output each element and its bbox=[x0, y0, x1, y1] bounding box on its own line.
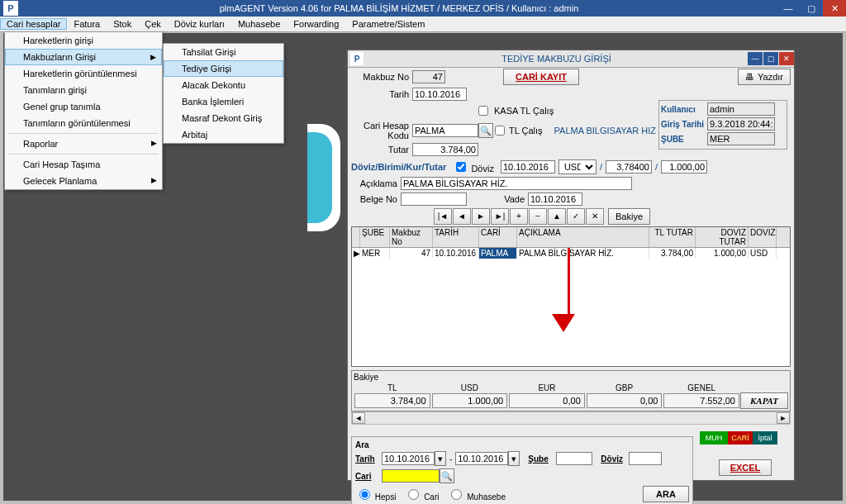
yazdir-button[interactable]: Yazdır bbox=[738, 69, 791, 85]
bakiye-col-genel: GENEL bbox=[663, 383, 740, 392]
bakiye-val-gbp: 0,00 bbox=[587, 393, 663, 408]
bakiye-panel: Bakiye TL USD EUR GBP GENEL 3.784,00 1.0… bbox=[351, 370, 791, 411]
nav-prev-button[interactable]: ◄ bbox=[453, 208, 471, 225]
ara-button[interactable]: ARA bbox=[643, 486, 689, 502]
close-button[interactable]: ✕ bbox=[823, 0, 846, 17]
cari-hesap-adi: PALMA BILGISAYAR HIZ bbox=[554, 126, 656, 136]
scroll-left-button[interactable]: ◄ bbox=[352, 412, 365, 424]
menu-fatura[interactable]: Fatura bbox=[67, 18, 107, 30]
menu-genel-grup-tanimla[interactable]: Genel grup tanımla bbox=[5, 98, 162, 115]
horizontal-scrollbar[interactable]: ◄ ► bbox=[351, 411, 791, 425]
kasa-tl-calis-checkbox[interactable] bbox=[478, 106, 488, 116]
menu-cari-hesaplar[interactable]: Cari hesaplar bbox=[0, 18, 67, 30]
menu-forwarding[interactable]: Forwarding bbox=[287, 18, 345, 30]
yazdir-label: Yazdır bbox=[758, 72, 783, 82]
menu-doviz-kurlari[interactable]: Döviz kurları bbox=[168, 18, 231, 30]
menu-tanimlarin-girisi[interactable]: Tanımların girişi bbox=[5, 82, 162, 98]
nav-next-button[interactable]: ► bbox=[472, 208, 490, 225]
makbuz-no-label: Makbuz No bbox=[351, 72, 412, 82]
cari-hesap-kodu-label: Cari Hesap Kodu bbox=[351, 121, 412, 140]
vade-input[interactable] bbox=[528, 193, 582, 206]
tutar-input[interactable] bbox=[412, 143, 478, 156]
menu-stok[interactable]: Stok bbox=[107, 18, 138, 30]
nav-edit-button[interactable]: ▲ bbox=[548, 208, 566, 225]
cari-status[interactable]: CARİ bbox=[728, 431, 753, 445]
menu-tanimlarin-goruntulenmesi[interactable]: Tanımların görüntülenmesi bbox=[5, 115, 162, 131]
record-navigator: |◄ ◄ ► ►| + − ▲ ✓ ✕ Bakiye bbox=[434, 208, 791, 225]
aciklama-label: Açıklama bbox=[351, 178, 401, 188]
ara-cari-input[interactable] bbox=[382, 469, 440, 483]
child-maximize-button[interactable]: ▢ bbox=[763, 52, 778, 65]
nav-first-button[interactable]: |◄ bbox=[434, 208, 452, 225]
ara-tarih-label: Tarih bbox=[355, 454, 382, 464]
ara-radio-cari[interactable]: Cari bbox=[404, 487, 439, 502]
nav-delete-button[interactable]: − bbox=[529, 208, 547, 225]
nav-cancel-button[interactable]: ✕ bbox=[586, 208, 604, 225]
excel-button[interactable]: EXCEL bbox=[719, 459, 772, 476]
belge-no-input[interactable] bbox=[401, 193, 467, 206]
grid-row[interactable]: ▶ MER 47 10.10.2016 PALMA PALMA BİLGİSAY… bbox=[352, 248, 790, 259]
menu-makbuzlarin-girisi[interactable]: Makbuzların Girişi▶ bbox=[5, 49, 162, 65]
muh-status[interactable]: MUH bbox=[700, 431, 728, 445]
submenu-arbitaj[interactable]: Arbitaj bbox=[164, 126, 283, 143]
menu-gelecek-planlama[interactable]: Gelecek Planlama▶ bbox=[5, 173, 162, 189]
maximize-button[interactable]: ▢ bbox=[800, 0, 823, 17]
cari-kayit-button[interactable]: CARİ KAYIT bbox=[503, 69, 579, 85]
ara-panel: Ara Tarih ▾ - ▾ Şube Döviz Cari bbox=[351, 436, 693, 504]
ara-radio-hepsi[interactable]: Hepsi bbox=[355, 487, 396, 502]
app-icon: P bbox=[3, 1, 18, 16]
submenu-banka-islemleri[interactable]: Banka İşlemleri bbox=[164, 93, 283, 110]
submenu-tediye-girisi[interactable]: Tediye Girişi bbox=[164, 60, 283, 77]
nav-post-button[interactable]: ✓ bbox=[567, 208, 585, 225]
logo-image bbox=[307, 124, 340, 231]
menu-cek[interactable]: Çek bbox=[138, 18, 168, 30]
submenu-masraf-dekont-giris[interactable]: Masraf Dekont Giriş bbox=[164, 110, 283, 126]
iptal-button[interactable]: İptal bbox=[753, 431, 777, 445]
submenu-arrow-icon: ▶ bbox=[151, 139, 157, 147]
scroll-right-button[interactable]: ► bbox=[777, 412, 790, 424]
records-grid[interactable]: ŞUBE Makbuz No TARİH CARİ AÇIKLAMA TL TU… bbox=[351, 226, 791, 367]
nav-last-button[interactable]: ►| bbox=[491, 208, 509, 225]
kullanici-value bbox=[707, 102, 775, 116]
tl-calis-checkbox[interactable] bbox=[495, 126, 505, 136]
tediye-makbuzu-window: P TEDİYE MAKBUZU GİRİŞİ — ▢ ✕ Makbuz No … bbox=[347, 50, 795, 481]
kapat-button[interactable]: KAPAT bbox=[740, 392, 788, 409]
ara-doviz-input[interactable] bbox=[629, 452, 662, 465]
info-panel: Kullanıcı Giriş Tarihi ŞUBE bbox=[658, 100, 787, 150]
doviz-tutar-input[interactable] bbox=[661, 160, 707, 174]
nav-add-button[interactable]: + bbox=[510, 208, 528, 225]
ara-tarih2-input[interactable] bbox=[455, 452, 508, 465]
cari-lookup-button[interactable]: 🔍 bbox=[478, 123, 493, 138]
child-minimize-button[interactable]: — bbox=[748, 52, 763, 65]
menu-parametre-sistem[interactable]: Parametre/Sistem bbox=[345, 18, 431, 30]
tarih-input[interactable] bbox=[412, 88, 467, 101]
ara-radio-muhasebe[interactable]: Muhasebe bbox=[447, 487, 505, 502]
submenu-alacak-dekontu[interactable]: Alacak Dekontu bbox=[164, 77, 283, 93]
menu-raporlar[interactable]: Raporlar▶ bbox=[5, 136, 162, 152]
makbuz-no-input[interactable] bbox=[412, 70, 445, 83]
doviz-checkbox[interactable] bbox=[456, 162, 466, 172]
sube-label: ŞUBE bbox=[661, 135, 707, 144]
cari-hesap-kodu-input[interactable] bbox=[412, 124, 478, 137]
minimize-button[interactable]: — bbox=[777, 0, 800, 17]
submenu-tahsilat-girisi[interactable]: Tahsilat Girişi bbox=[164, 44, 283, 60]
ara-tarih1-input[interactable] bbox=[382, 452, 435, 465]
ara-sube-input[interactable] bbox=[556, 452, 592, 465]
menu-cari-hesap-tasima[interactable]: Cari Hesap Taşıma bbox=[5, 156, 162, 173]
menu-gelecek-planlama-label: Gelecek Planlama bbox=[23, 176, 97, 186]
doviz-kur-input[interactable] bbox=[606, 160, 652, 174]
aciklama-input[interactable] bbox=[401, 177, 632, 190]
ara-title: Ara bbox=[355, 440, 689, 449]
menu-hareketlerin-goruntulenmesi[interactable]: Hareketlerin görüntülenmesi bbox=[5, 65, 162, 82]
bakiye-button[interactable]: Bakiye bbox=[608, 208, 650, 225]
doviz-birim-select[interactable]: USD bbox=[558, 159, 596, 174]
bakiye-col-tl: TL bbox=[354, 383, 431, 392]
ara-tarih2-dropdown[interactable]: ▾ bbox=[508, 451, 520, 466]
doviz-tarih-input[interactable] bbox=[501, 160, 555, 174]
menu-hareketlerin-girisi[interactable]: Hareketlerin girişi bbox=[5, 32, 162, 49]
ara-cari-lookup-button[interactable]: 🔍 bbox=[440, 468, 454, 483]
child-close-button[interactable]: ✕ bbox=[779, 52, 794, 65]
menu-muhasebe[interactable]: Muhasebe bbox=[231, 18, 287, 30]
ara-cari-label: Cari bbox=[355, 472, 382, 481]
ara-tarih1-dropdown[interactable]: ▾ bbox=[435, 451, 446, 466]
